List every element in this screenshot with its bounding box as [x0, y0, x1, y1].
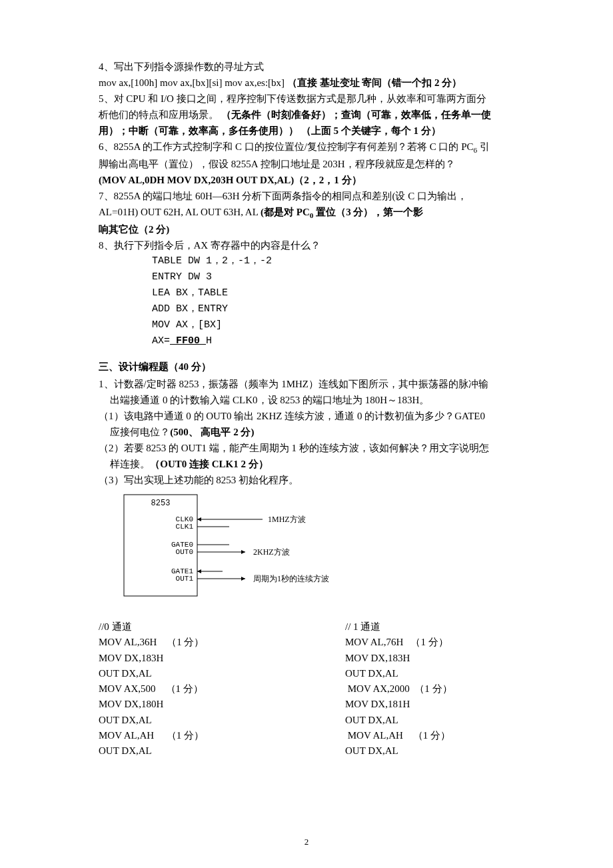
- q7-line3: 响其它位（2 分): [99, 221, 514, 237]
- q8-line1: 8、执行下列指令后，AX 寄存器中的内容是什么？: [99, 237, 514, 253]
- q8-ax-value: FF00: [170, 335, 206, 347]
- q8-code-1: ENTRY DW 3: [99, 269, 514, 285]
- q5-line1: 5、对 CPU 和 I/O 接口之间，程序控制下传送数据方式是那几种，从效率和可…: [99, 91, 514, 107]
- diag-pin-clk1: CLK1: [176, 523, 194, 531]
- svg-marker-6: [241, 550, 245, 554]
- section3-title: 三、设计编程题（40 分）: [99, 359, 514, 375]
- q5-line2: 析他们的特点和应用场景。 （无条件（时刻准备好）；查询（可靠，效率低，任务单一使: [99, 107, 514, 123]
- q5-line2b: （无条件（时刻准备好）；查询（可靠，效率低，任务单一使: [221, 109, 491, 120]
- q5-line3: 用）；中断（可靠，效率高，多任务使用）） （上面 5 个关键字，每个 1 分）: [99, 123, 514, 139]
- s3-q1-l1: 1、计数器/定时器 8253，振荡器（频率为 1MHZ）连线如下图所示，其中振荡…: [99, 376, 514, 392]
- svg-marker-10: [241, 577, 245, 581]
- left-4: MOV DX,180H: [99, 699, 163, 709]
- diag-chip-label: 8253: [151, 499, 171, 508]
- q8-code-3: ADD BX，ENTRY: [99, 301, 514, 317]
- diag-label-1s: 周期为1秒的连续方波: [253, 574, 329, 583]
- code-col-right: // 1 通道 MOV AL,76H （1 分） MOV DX,183H OUT…: [345, 619, 498, 759]
- q8-code-4: MOV AX，[BX]: [99, 317, 514, 333]
- q4-instructions: mov ax,[100h] mov ax,[bx][si] mov ax,es:…: [99, 77, 287, 88]
- right-4: MOV DX,181H: [345, 699, 410, 709]
- svg-marker-8: [197, 569, 201, 573]
- left-5: OUT DX,AL: [99, 715, 152, 725]
- q4-line2: mov ax,[100h] mov ax,[bx][si] mov ax,es:…: [99, 75, 514, 91]
- right-7: OUT DX,AL: [345, 745, 398, 756]
- diag-pin-out1: OUT1: [176, 575, 194, 583]
- q8-code-2: LEA BX，TABLE: [99, 285, 514, 301]
- q7-line2c: 置位（3 分），第一个影: [313, 207, 423, 217]
- s3-q1-l2: 出端接通道 0 的计数输入端 CLK0，设 8253 的端口地址为 180H～1…: [99, 392, 514, 408]
- s3-sub1-l2b: (500、 高电平 2 分): [170, 427, 254, 437]
- right-5: OUT DX,AL: [345, 715, 398, 725]
- q7-line2a: AL=01H) OUT 62H, AL OUT 63H, AL: [99, 207, 261, 217]
- s3-q1-sub2-l1: （2）若要 8253 的 OUT1 端，能产生周期为 1 秒的连续方波，该如何解…: [99, 440, 514, 456]
- right-6: MOV AL,AH （1 分）: [345, 730, 450, 741]
- q6-line1a: 6、8255A 的工作方式控制字和 C 口的按位置位/复位控制字有何差别？若将 …: [99, 141, 474, 152]
- q7-line2b: (都是对 PC: [261, 207, 310, 217]
- q8-ax-line: AX= FF00 H: [99, 333, 514, 349]
- right-1: MOV DX,183H: [345, 653, 410, 663]
- s3-sub2-l2b: （OUT0 连接 CLK1 2 分）: [150, 459, 269, 469]
- q6-line1b: 引: [477, 141, 490, 152]
- q6-line1: 6、8255A 的工作方式控制字和 C 口的按位置位/复位控制字有何差别？若将 …: [99, 139, 514, 156]
- left-6: MOV AL,AH （1 分）: [99, 730, 204, 741]
- s3-q1-sub3: （3）写出实现上述功能的 8253 初始化程序。: [99, 472, 514, 488]
- page-number: 2: [0, 835, 613, 849]
- diagram-8253: 8253 CLK0 CLK1 GATE0 OUT0 GATE1 OUT1 1MH…: [123, 493, 349, 597]
- q4-prompt: 4、写出下列指令源操作数的寻址方式: [99, 59, 514, 75]
- left-7: OUT DX,AL: [99, 745, 152, 756]
- right-2: OUT DX,AL: [345, 668, 398, 679]
- s3-sub1-l2a: 应接何电位？: [110, 427, 170, 437]
- right-title: // 1 通道: [345, 621, 380, 632]
- s3-q1-sub2-l2: 样连接。（OUT0 连接 CLK1 2 分）: [99, 456, 514, 472]
- left-title: //0 通道: [99, 621, 132, 632]
- right-0: MOV AL,76H （1 分）: [345, 637, 448, 647]
- q8-code-0: TABLE DW 1，2，-1，-2: [99, 253, 514, 269]
- q5-line2a: 析他们的特点和应用场景。: [99, 109, 221, 120]
- diag-pin-out0: OUT0: [176, 548, 193, 556]
- left-1: MOV DX,183H: [99, 653, 163, 663]
- code-columns: //0 通道 MOV AL,36H （1 分） MOV DX,183H OUT …: [99, 619, 514, 759]
- diag-label-1mhz: 1MHZ方波: [268, 515, 306, 524]
- left-2: OUT DX,AL: [99, 668, 152, 679]
- q7-line1: 7、8255A 的端口地址 60H—63H 分析下面两条指令的相同点和差别(设 …: [99, 188, 514, 204]
- left-3: MOV AX,500 （1 分）: [99, 683, 203, 694]
- q8-ax-tail: H: [206, 335, 212, 347]
- q7-line2: AL=01H) OUT 62H, AL OUT 63H, AL (都是对 PC0…: [99, 204, 514, 221]
- s3-sub2-l2a: 样连接。: [110, 459, 150, 469]
- left-0: MOV AL,36H （1 分）: [99, 637, 204, 647]
- code-col-left: //0 通道 MOV AL,36H （1 分） MOV DX,183H OUT …: [99, 619, 252, 759]
- q8-ax-label: AX=: [152, 335, 170, 347]
- s3-q1-sub1-l1: （1）该电路中通道 0 的 OUT0 输出 2KHZ 连续方波，通道 0 的计数…: [99, 408, 514, 424]
- diag-label-2khz: 2KHZ方波: [253, 547, 290, 557]
- svg-marker-2: [197, 517, 201, 521]
- right-3: MOV AX,2000 （1 分）: [345, 683, 452, 694]
- q4-answer: （直接 基址变址 寄间（错一个扣 2 分）: [287, 77, 462, 88]
- s3-q1-sub1-l2: 应接何电位？(500、 高电平 2 分): [99, 424, 514, 440]
- q6-line2: 脚输出高电平（置位），假设 8255A 控制口地址是 203H，程序段就应是怎样…: [99, 156, 514, 172]
- q6-line3: (MOV AL,0DH MOV DX,203H OUT DX,AL)（2，2，1…: [99, 172, 514, 188]
